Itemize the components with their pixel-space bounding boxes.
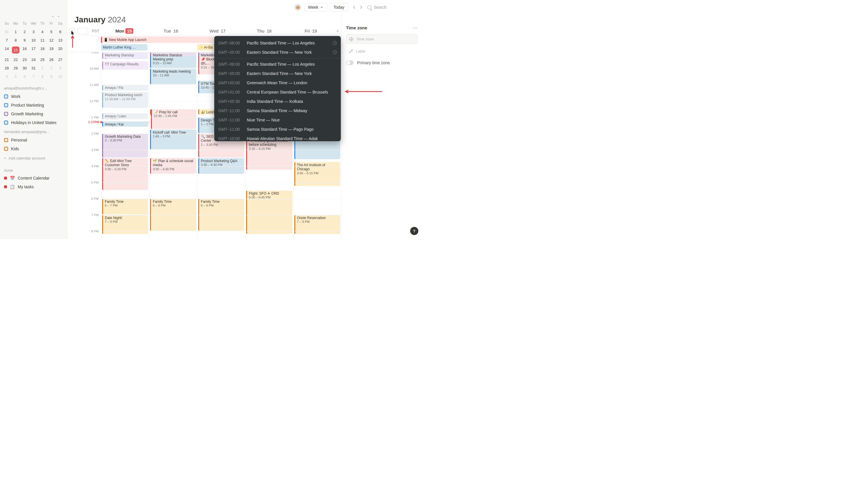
- calendar-event[interactable]: Amaya / Liam12:45 PM: [102, 113, 148, 119]
- mini-day[interactable]: 2: [47, 66, 56, 70]
- mini-day[interactable]: 11: [38, 38, 47, 42]
- mini-day[interactable]: 14: [2, 47, 11, 54]
- timezone-mini-input[interactable]: [77, 28, 88, 34]
- day-header[interactable]: Thu 18: [241, 28, 288, 33]
- mini-day[interactable]: 23: [20, 58, 29, 62]
- today-button[interactable]: Today: [330, 3, 348, 11]
- day-header[interactable]: Tue 16: [148, 28, 194, 33]
- calendar-event[interactable]: Amaya / Kai1:15 PM: [102, 121, 148, 127]
- sidebar-calendar-item[interactable]: Holidays in United States: [0, 118, 67, 127]
- calendar-event[interactable]: Product Marketing Q&A3:30 – 4:30 PM: [198, 158, 244, 174]
- calendar-event[interactable]: Marketing leads meeting10 – 11 AM: [150, 68, 196, 84]
- mini-day[interactable]: 24: [29, 58, 38, 62]
- mini-day[interactable]: 18: [38, 47, 47, 54]
- calendar-event[interactable]: Family Time6 – 8 PM: [198, 199, 244, 231]
- mini-day[interactable]: 20: [56, 47, 65, 54]
- calendar-event[interactable]: ✏️ Edit Mint Tree Customer Story3:30 – 5…: [102, 158, 148, 190]
- mini-day[interactable]: 28: [2, 66, 11, 70]
- sidebar-calendar-item[interactable]: Personal: [0, 136, 67, 144]
- tz-option[interactable]: GMT−11:00Samoa Standard Time — Pago Pago: [214, 125, 341, 134]
- calendar-event[interactable]: Family Time6 – 8 PM: [150, 199, 196, 231]
- primary-tz-toggle[interactable]: [346, 60, 353, 65]
- mini-day[interactable]: 31: [2, 30, 11, 34]
- calendar-event[interactable]: ✏️ Weekly guides review before schedulin…: [246, 138, 292, 170]
- tz-option[interactable]: GMT−10:00Hawaii-Aleutian Standard Time —…: [214, 134, 341, 141]
- calendar-event[interactable]: 📝 Prep for call12:30 – 1:45 PM: [151, 109, 196, 129]
- mini-day[interactable]: 8: [11, 38, 20, 42]
- mini-day[interactable]: 30: [20, 66, 29, 70]
- mini-day[interactable]: 3: [29, 30, 38, 34]
- mini-day[interactable]: 27: [56, 58, 65, 62]
- mini-next-icon[interactable]: [57, 15, 61, 19]
- day-header[interactable]: Mon 15: [101, 28, 148, 33]
- tz-option[interactable]: GMT−11:00Samoa Standard Time — Midway: [214, 106, 341, 115]
- sidebar-calendar-item[interactable]: Growth Marketing: [0, 110, 67, 118]
- mini-day[interactable]: 7: [29, 75, 38, 79]
- mini-prev-icon[interactable]: [51, 15, 55, 19]
- mini-day[interactable]: 12: [47, 38, 56, 42]
- tz-option[interactable]: GMT+05:30India Standard Time — Kolkata: [214, 97, 341, 106]
- mini-day[interactable]: 19: [47, 47, 56, 54]
- mini-day[interactable]: 1: [38, 66, 47, 70]
- tz-option[interactable]: GMT−05:00Eastern Standard Time — New Yor…: [214, 69, 341, 78]
- mini-day[interactable]: 4: [2, 75, 11, 79]
- tz-option[interactable]: GMT+01:00Central European Standard Time …: [214, 87, 341, 97]
- avatar[interactable]: 🐵: [294, 4, 301, 11]
- calendar-event[interactable]: Marketing Standup9…: [102, 52, 148, 59]
- calendar-event[interactable]: Amaya / Flo11 AM: [102, 85, 148, 91]
- mini-day[interactable]: 4: [38, 30, 47, 34]
- calendar-event[interactable]: 🌱 Plan & schedule social media3:30 – 4:3…: [150, 158, 196, 174]
- mini-day[interactable]: 6: [56, 30, 65, 34]
- next-week-button[interactable]: [358, 3, 364, 11]
- mini-day[interactable]: 21: [2, 58, 11, 62]
- help-button[interactable]: ?: [410, 227, 418, 235]
- mini-day[interactable]: 5: [11, 75, 20, 79]
- calendar-event[interactable]: Meeting prep9:15 – 10 AM: [150, 56, 196, 68]
- mini-day[interactable]: 16: [20, 47, 29, 54]
- prev-week-button[interactable]: [351, 3, 358, 11]
- mini-day[interactable]: 17: [29, 47, 38, 54]
- mini-day[interactable]: 22: [11, 58, 20, 62]
- mini-day[interactable]: 25: [38, 58, 47, 62]
- calendar-event[interactable]: Kickoff call: Mint Tree1:45 – 3 PM: [150, 129, 196, 149]
- sidebar-db-item[interactable]: 📋My tasks: [0, 182, 67, 191]
- view-picker[interactable]: Week: [304, 3, 327, 11]
- more-icon[interactable]: ⋯: [413, 25, 418, 30]
- mini-day[interactable]: 29: [11, 66, 20, 70]
- mini-day[interactable]: 6: [20, 75, 29, 79]
- mini-day[interactable]: 7: [2, 38, 11, 42]
- add-calendar-account[interactable]: + Add calendar account: [0, 153, 67, 163]
- day-header[interactable]: Fri 19: [287, 28, 334, 33]
- mini-day[interactable]: 9: [20, 38, 29, 42]
- mini-day[interactable]: 8: [38, 75, 47, 79]
- calendar-event[interactable]: Family Time6 – 7 PM: [102, 199, 148, 214]
- tz-option[interactable]: GMT−08:00Pacific Standard Time — Los Ang…: [214, 38, 341, 48]
- sidebar-calendar-item[interactable]: Product Marketing: [0, 101, 67, 110]
- mini-day[interactable]: 10: [56, 75, 65, 79]
- sidebar-db-item[interactable]: 📅Content Calendar: [0, 174, 67, 182]
- allday-event[interactable]: Martin Luther King …: [101, 44, 148, 51]
- mini-day[interactable]: 5: [47, 30, 56, 34]
- day-header[interactable]: Wed 17: [194, 28, 241, 33]
- sidebar-calendar-item[interactable]: Kids: [0, 144, 67, 153]
- search-input[interactable]: Search: [367, 5, 416, 9]
- mini-day[interactable]: 10: [29, 38, 38, 42]
- tz-option[interactable]: GMT−08:00Pacific Standard Time — Los Ang…: [214, 60, 341, 69]
- mini-day[interactable]: 1: [11, 30, 20, 34]
- tz-option[interactable]: GMT−11:00Niue Time — Niue: [214, 115, 341, 125]
- calendar-event[interactable]: Growth Marketing Data2 – 3:30 PM: [102, 134, 148, 157]
- mini-day[interactable]: 15: [12, 47, 20, 54]
- mini-day[interactable]: 31: [29, 66, 38, 70]
- tz-option[interactable]: GMT+00:00Greenwich Mean Time — London: [214, 78, 341, 87]
- label-input[interactable]: Label: [346, 47, 418, 56]
- timezone-input[interactable]: Time zone: [346, 34, 418, 44]
- mini-day[interactable]: 9: [47, 75, 56, 79]
- add-tz-right-button[interactable]: +: [334, 28, 341, 34]
- tz-option[interactable]: GMT−05:00Eastern Standard Time — New Yor…: [214, 48, 341, 57]
- mini-day[interactable]: 26: [47, 58, 56, 62]
- calendar-event[interactable]: Product Marketing lunch11:30 AM – 12:30 …: [102, 92, 148, 108]
- calendar-event[interactable]: Flight: SFO ✈ ORD5:30 – 9:45 PM: [246, 191, 292, 234]
- mini-day[interactable]: 3: [56, 66, 65, 70]
- mini-day[interactable]: 13: [56, 38, 65, 42]
- mini-day[interactable]: 2: [20, 30, 29, 34]
